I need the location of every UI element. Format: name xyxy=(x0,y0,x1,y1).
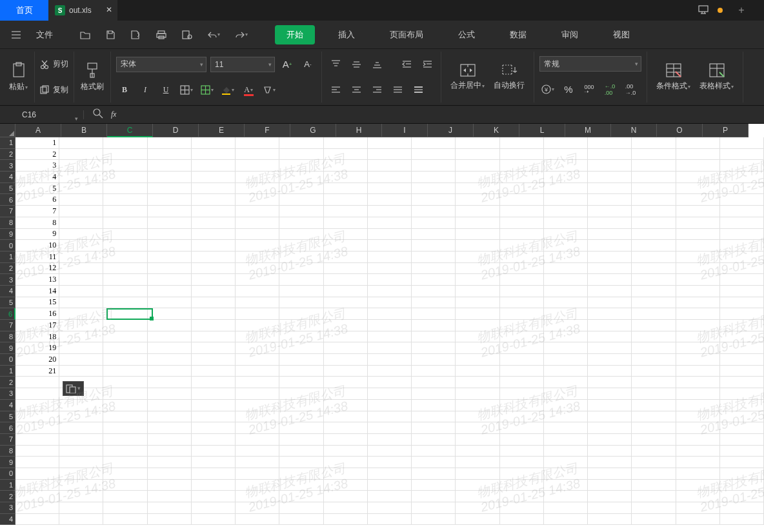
cell[interactable] xyxy=(148,217,192,229)
ribbon-tab-3[interactable]: 公式 xyxy=(447,25,487,44)
cell[interactable] xyxy=(412,366,456,377)
cell[interactable] xyxy=(148,274,192,286)
cell[interactable] xyxy=(279,388,323,400)
cell[interactable] xyxy=(544,491,588,502)
row-header[interactable]: 0 xyxy=(0,240,15,251)
cell[interactable]: 3 xyxy=(15,160,59,172)
cell[interactable] xyxy=(632,354,676,366)
cell[interactable] xyxy=(500,217,544,229)
format-painter-button[interactable]: 格式刷 xyxy=(79,59,105,95)
cell[interactable] xyxy=(192,229,236,241)
cell[interactable] xyxy=(368,229,412,241)
align-center-icon[interactable] xyxy=(348,81,365,98)
cell[interactable] xyxy=(15,480,59,491)
cell[interactable] xyxy=(720,491,764,502)
cell[interactable] xyxy=(148,137,192,149)
display-icon[interactable] xyxy=(698,5,709,16)
cell[interactable] xyxy=(676,491,720,502)
cell[interactable] xyxy=(500,411,544,423)
cell[interactable] xyxy=(412,206,456,217)
cell[interactable] xyxy=(236,206,279,217)
cell[interactable] xyxy=(236,342,279,354)
cell[interactable] xyxy=(720,229,764,241)
cell[interactable] xyxy=(279,149,323,161)
cell[interactable] xyxy=(676,240,720,251)
cell[interactable] xyxy=(103,446,147,457)
cell[interactable] xyxy=(236,172,279,183)
cell[interactable] xyxy=(368,251,412,263)
cell[interactable]: 12 xyxy=(15,263,59,275)
cell[interactable] xyxy=(192,468,236,480)
cell[interactable] xyxy=(588,320,632,331)
cell[interactable] xyxy=(192,194,236,206)
cell[interactable] xyxy=(544,263,588,275)
cell[interactable] xyxy=(192,160,236,172)
cell[interactable] xyxy=(544,342,588,354)
cell[interactable]: 20 xyxy=(15,354,59,366)
menu-icon[interactable] xyxy=(5,26,27,44)
currency-icon[interactable]: ¥ xyxy=(539,81,556,98)
cell[interactable] xyxy=(324,514,368,526)
cell[interactable] xyxy=(720,411,764,423)
cell[interactable] xyxy=(103,400,147,411)
cell[interactable] xyxy=(588,480,632,491)
cell[interactable] xyxy=(148,422,192,434)
cell[interactable] xyxy=(148,446,192,457)
cell[interactable] xyxy=(632,422,676,434)
cell[interactable] xyxy=(412,468,456,480)
cell[interactable] xyxy=(368,297,412,309)
cell[interactable] xyxy=(279,251,323,263)
align-right-icon[interactable] xyxy=(368,81,385,98)
cell[interactable] xyxy=(103,514,147,526)
cell[interactable]: 8 xyxy=(15,217,59,229)
cell[interactable] xyxy=(588,514,632,526)
cell[interactable] xyxy=(632,480,676,491)
cell[interactable] xyxy=(192,183,236,195)
cell[interactable] xyxy=(456,172,499,183)
cell[interactable] xyxy=(720,217,764,229)
align-justify-icon[interactable] xyxy=(389,81,406,98)
row-header[interactable]: 5 xyxy=(0,411,15,423)
cell[interactable] xyxy=(720,297,764,309)
cell[interactable] xyxy=(632,286,676,297)
cell[interactable] xyxy=(59,480,103,491)
cell[interactable] xyxy=(412,331,456,343)
cell[interactable] xyxy=(412,149,456,161)
cell[interactable] xyxy=(720,183,764,195)
cell[interactable] xyxy=(720,342,764,354)
cell[interactable] xyxy=(236,366,279,377)
cell[interactable] xyxy=(544,388,588,400)
cell[interactable] xyxy=(368,308,412,320)
cell[interactable] xyxy=(632,172,676,183)
cell[interactable] xyxy=(324,468,368,480)
cell[interactable] xyxy=(720,502,764,514)
cell[interactable] xyxy=(324,354,368,366)
cell[interactable] xyxy=(544,377,588,388)
cell[interactable] xyxy=(588,206,632,217)
cell[interactable] xyxy=(544,229,588,241)
cell[interactable] xyxy=(279,194,323,206)
cell[interactable] xyxy=(588,366,632,377)
cell[interactable] xyxy=(192,263,236,275)
cell[interactable] xyxy=(103,320,147,331)
cell[interactable] xyxy=(588,502,632,514)
row-header[interactable]: 1 xyxy=(0,366,15,377)
row-header[interactable]: 0 xyxy=(0,354,15,366)
cell[interactable] xyxy=(236,320,279,331)
cell[interactable] xyxy=(279,491,323,502)
cell[interactable] xyxy=(236,457,279,468)
cell[interactable] xyxy=(676,354,720,366)
cell[interactable] xyxy=(720,320,764,331)
cell[interactable] xyxy=(544,240,588,251)
col-header[interactable]: N xyxy=(611,124,657,137)
cell[interactable] xyxy=(632,491,676,502)
cell[interactable] xyxy=(192,251,236,263)
cell[interactable] xyxy=(544,411,588,423)
cell[interactable] xyxy=(236,434,279,446)
name-box-input[interactable] xyxy=(22,110,67,119)
select-all-corner[interactable] xyxy=(0,124,15,137)
cell[interactable] xyxy=(412,422,456,434)
cell[interactable] xyxy=(676,274,720,286)
cell[interactable]: 11 xyxy=(15,251,59,263)
cell[interactable] xyxy=(676,297,720,309)
